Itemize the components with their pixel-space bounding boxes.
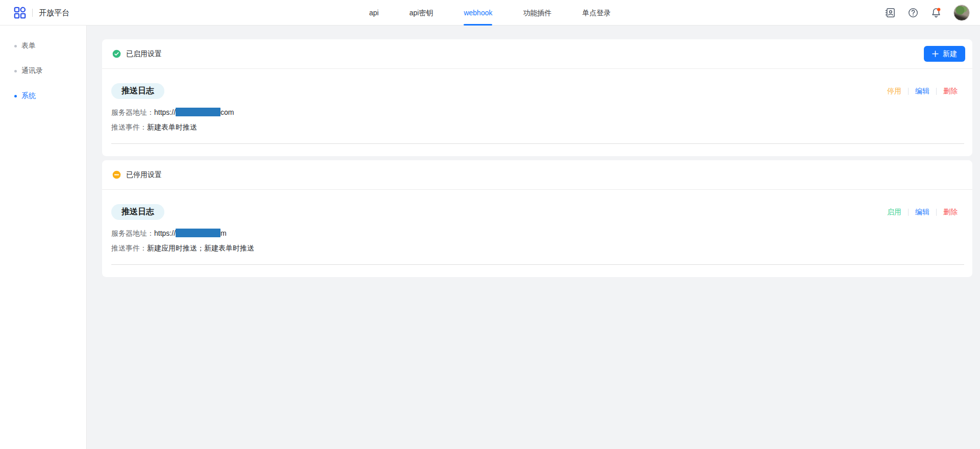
apps-grid-icon[interactable] [13, 6, 27, 19]
push-event-label: 推送事件： [111, 244, 147, 252]
tab-plugins[interactable]: 功能插件 [523, 0, 552, 26]
enabled-section-header: 已启用设置 新建 [102, 39, 972, 69]
sidebar-item-contacts[interactable]: 通讯录 [14, 66, 86, 76]
action-divider [936, 209, 937, 216]
bullet-dot-icon [14, 95, 17, 97]
sidebar-item-label: 通讯录 [21, 66, 43, 76]
sidebar: 表单 通讯录 系统 [0, 26, 87, 449]
app-header: 开放平台 api api密钥 webhook 功能插件 单点登录 [0, 0, 980, 26]
tab-api[interactable]: api [369, 0, 379, 26]
webhook-card-title: 推送日志 [111, 83, 164, 99]
contacts-icon[interactable] [885, 7, 896, 18]
redacted-url-block [176, 108, 220, 116]
notification-bell-icon[interactable] [930, 7, 942, 18]
card-actions: 停用 编辑 删除 [887, 87, 958, 96]
section-title: 已启用设置 [126, 49, 162, 59]
server-address-label: 服务器地址： [111, 108, 154, 116]
disable-action-link[interactable]: 停用 [887, 87, 901, 96]
server-url-prefix: https:// [154, 229, 176, 237]
user-avatar[interactable] [953, 5, 970, 21]
disabled-settings-panel: 已停用设置 推送日志 启用 编辑 删除 服务器地址：https://m 推送事件… [102, 160, 972, 277]
help-icon[interactable] [908, 7, 919, 18]
card-actions: 启用 编辑 删除 [887, 208, 958, 217]
enabled-check-icon [112, 49, 121, 58]
bullet-dot-icon [14, 45, 17, 47]
action-divider [936, 88, 937, 95]
enabled-settings-panel: 已启用设置 新建 推送日志 停用 编辑 删除 服务 [102, 39, 972, 156]
server-address-row: 服务器地址：https://com [111, 107, 964, 117]
push-event-value: 新建表单时推送 [147, 123, 197, 131]
action-divider [908, 88, 909, 95]
push-event-label: 推送事件： [111, 123, 147, 131]
tab-webhook[interactable]: webhook [464, 0, 493, 26]
sidebar-item-system[interactable]: 系统 [14, 91, 86, 101]
webhook-card: 推送日志 启用 编辑 删除 服务器地址：https://m 推送事件：新建应用时… [102, 204, 972, 277]
create-button-label: 新建 [943, 49, 957, 59]
header-brand: 开放平台 [13, 0, 69, 26]
plus-icon [932, 51, 939, 57]
tab-sso[interactable]: 单点登录 [582, 0, 611, 26]
delete-action-link[interactable]: 删除 [943, 208, 958, 217]
create-webhook-button[interactable]: 新建 [924, 46, 965, 62]
card-bottom-divider [111, 143, 964, 144]
server-address-row: 服务器地址：https://m [111, 228, 964, 238]
server-address-label: 服务器地址： [111, 229, 154, 237]
main-content: 已启用设置 新建 推送日志 停用 编辑 删除 服务 [87, 26, 980, 449]
notification-badge-dot [937, 8, 940, 11]
redacted-url-block [176, 229, 220, 237]
server-url-suffix: com [220, 108, 234, 116]
header-actions [885, 0, 970, 26]
push-event-row: 推送事件：新建应用时推送；新建表单时推送 [111, 243, 964, 253]
server-url-suffix: m [220, 229, 227, 237]
edit-action-link[interactable]: 编辑 [915, 87, 929, 96]
webhook-card: 推送日志 停用 编辑 删除 服务器地址：https://com 推送事件：新建表… [102, 83, 972, 156]
action-divider [908, 209, 909, 216]
tab-api-secret[interactable]: api密钥 [409, 0, 433, 26]
edit-action-link[interactable]: 编辑 [915, 208, 929, 217]
disabled-section-header: 已停用设置 [102, 160, 972, 190]
sidebar-item-forms[interactable]: 表单 [14, 41, 86, 51]
sidebar-item-label: 表单 [21, 41, 36, 51]
push-event-value: 新建应用时推送；新建表单时推送 [147, 244, 254, 252]
webhook-card-title: 推送日志 [111, 204, 164, 220]
push-event-row: 推送事件：新建表单时推送 [111, 122, 964, 132]
server-url-prefix: https:// [154, 108, 176, 116]
header-divider [32, 9, 33, 17]
section-title: 已停用设置 [126, 170, 162, 180]
sidebar-item-label: 系统 [21, 91, 36, 101]
app-title: 开放平台 [39, 8, 69, 18]
bullet-dot-icon [14, 70, 17, 72]
enable-action-link[interactable]: 启用 [887, 208, 901, 217]
delete-action-link[interactable]: 删除 [943, 87, 958, 96]
card-bottom-divider [111, 264, 964, 265]
disabled-minus-icon [112, 170, 121, 179]
top-nav: api api密钥 webhook 功能插件 单点登录 [369, 0, 610, 26]
